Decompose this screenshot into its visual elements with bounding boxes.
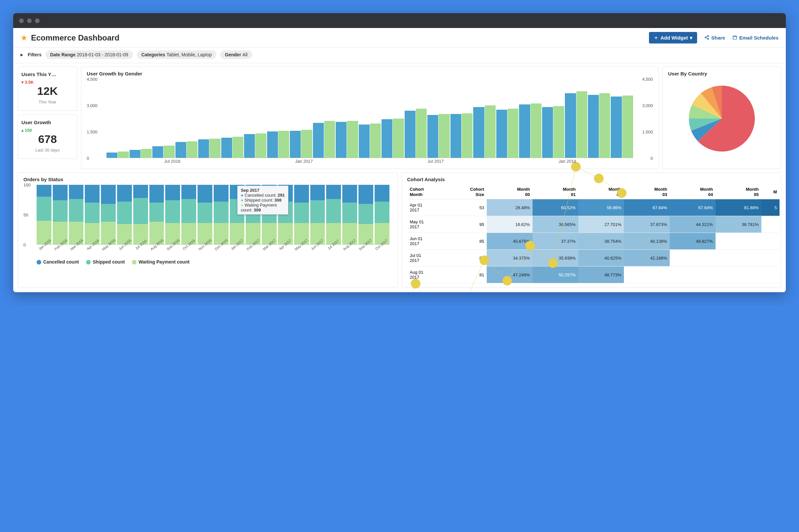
page-title: Ecommerce Dashboard [31, 33, 120, 42]
chevron-down-icon: ▾ [690, 35, 692, 41]
orders-chart[interactable]: 050100 Jan 2016Feb 2016Mar 2016Apr 2016M… [23, 185, 392, 257]
window-dot [27, 18, 32, 23]
top-bar: ★ Ecommerce Dashboard ＋ Add Widget ▾ Sha… [13, 28, 786, 48]
kpi-delta: ▾3.5K [21, 80, 74, 85]
chart-title: User By Country [668, 71, 776, 76]
svg-rect-3 [733, 36, 737, 39]
card-cohort-analysis: Cohort Analysis CohortMonthCohortSizeMon… [402, 172, 782, 288]
app-window: ★ Ecommerce Dashboard ＋ Add Widget ▾ Sha… [13, 13, 786, 292]
cohort-table: CohortMonthCohortSizeMonth00Month01Month… [407, 185, 780, 283]
orders-legend: Cancelled count Shipped count Waiting Pa… [23, 257, 392, 265]
legend-swatch-icon [86, 260, 91, 265]
card-orders-by-status: Orders by Status 050100 Jan 2016Feb 2016… [18, 172, 398, 288]
svg-point-2 [707, 38, 709, 40]
kpi-value: 12K [21, 85, 74, 97]
window-title-bar [13, 13, 786, 28]
svg-point-0 [707, 35, 709, 37]
kpi-delta: ▴150 [21, 128, 74, 133]
add-widget-button[interactable]: ＋ Add Widget ▾ [649, 32, 697, 43]
table-row: Aug 0120178147.249%50.297%48.773% [407, 266, 780, 283]
chart-tooltip: Sep 2017 ● Cancelled count: 291 ● Shippe… [237, 186, 289, 215]
chart-title: Orders by Status [23, 176, 392, 182]
growth-chart[interactable]: 01,5003,0004,500 01,5003,0004,500 Jul 20… [87, 79, 653, 165]
kpi-users-year: Users This Y… ▾3.5K 12K This Year [18, 66, 77, 111]
table-row: Jul 0120178034.375%35.938%40.625%42.188% [407, 250, 780, 266]
kpi-user-growth: User Growth ▴150 678 Last 30 days [18, 115, 77, 159]
legend-swatch-icon [37, 260, 41, 265]
legend-label: Cancelled count [43, 259, 79, 265]
kpi-title: User Growth [21, 119, 74, 125]
plus-icon: ＋ [654, 35, 658, 41]
kpi-value: 678 [21, 133, 74, 146]
share-icon [704, 35, 709, 41]
chart-title: Cohort Analysis [407, 176, 780, 182]
email-schedules-label: Email Schedules [739, 35, 779, 40]
pie-chart[interactable] [668, 79, 776, 159]
legend-swatch-icon [132, 260, 137, 265]
chart-title: User Growth by Gender [87, 71, 653, 76]
arrow-up-icon: ▴ [21, 128, 24, 133]
chevron-right-icon[interactable]: ▶ [20, 53, 23, 57]
filter-pill-gender[interactable]: GenderAll [220, 51, 252, 59]
calendar-icon [732, 35, 737, 41]
share-button[interactable]: Share [704, 35, 725, 41]
filter-bar: ▶ Filters Date Range2018-01-03 - 2018-01… [13, 48, 786, 63]
cohort-table-scroll[interactable]: CohortMonthCohortSizeMonth00Month01Month… [407, 185, 780, 283]
table-row: Jun 0120178545.675%37.37%38.754%40.138%4… [407, 233, 780, 250]
filters-label: Filters [28, 52, 41, 57]
table-row: May 0120179516.62%36.565%27.701%37.673%4… [407, 216, 780, 233]
kpi-title: Users This Y… [21, 72, 74, 77]
arrow-down-icon: ▾ [21, 80, 24, 85]
add-widget-label: Add Widget [660, 35, 688, 40]
legend-label: Waiting Payment count [139, 259, 189, 265]
email-schedules-button[interactable]: Email Schedules [732, 35, 779, 41]
star-icon[interactable]: ★ [20, 33, 28, 42]
filter-pill-date-range[interactable]: Date Range2018-01-03 - 2018-01-09 [46, 51, 133, 59]
window-dot [35, 18, 40, 23]
legend-label: Shipped count [93, 259, 125, 265]
card-user-by-country: User By Country [662, 66, 781, 169]
svg-point-1 [705, 37, 706, 38]
kpi-sub: Last 30 days [21, 148, 74, 153]
window-dot [19, 18, 24, 23]
card-user-growth-gender: User Growth by Gender 01,5003,0004,500 0… [81, 66, 658, 169]
kpi-sub: This Year [21, 99, 74, 104]
table-row: Apr 0120175328.48%60.52%56.96%67.64%67.6… [407, 199, 780, 216]
filter-pill-categories[interactable]: CategoriesTablet, Mobile, Laptop [137, 51, 216, 59]
share-label: Share [711, 35, 725, 40]
